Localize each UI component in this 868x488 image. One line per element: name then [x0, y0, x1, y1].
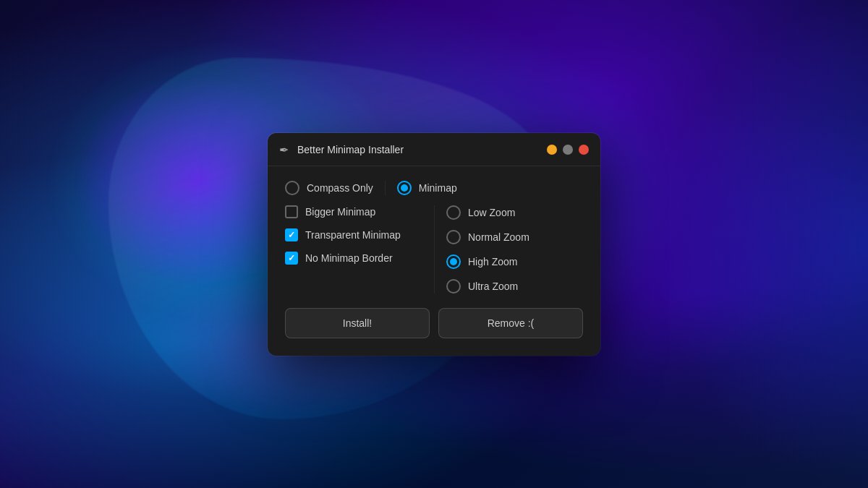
checkbox-transparent-minimap[interactable] — [285, 228, 298, 241]
option-bigger-minimap[interactable]: Bigger Minimap — [285, 205, 422, 218]
option-transparent-minimap[interactable]: Transparent Minimap — [285, 228, 422, 241]
minimize-button[interactable] — [547, 145, 557, 155]
option-high-zoom[interactable]: High Zoom — [446, 254, 583, 269]
label-compass-only: Compass Only — [307, 182, 373, 194]
label-high-zoom: High Zoom — [468, 256, 517, 267]
label-low-zoom: Low Zoom — [468, 207, 515, 218]
window-content: Compass Only Minimap — [268, 166, 600, 356]
option-normal-zoom[interactable]: Normal Zoom — [446, 230, 583, 244]
option-compass-only[interactable]: Compass Only — [285, 181, 373, 195]
radio-normal-zoom[interactable] — [446, 230, 461, 244]
right-column: Low Zoom Normal Zoom High Zoom — [434, 205, 583, 294]
window-title: Better Minimap Installer — [297, 144, 540, 155]
option-no-minimap-border[interactable]: No Minimap Border — [285, 252, 422, 265]
option-ultra-zoom[interactable]: Ultra Zoom — [446, 279, 583, 294]
radio-compass-only[interactable] — [285, 181, 299, 195]
top-row: Compass Only Minimap — [285, 181, 583, 195]
radio-ultra-zoom[interactable] — [446, 279, 461, 294]
options-grid: Bigger Minimap Transparent Minimap No Mi… — [285, 205, 583, 294]
radio-high-zoom[interactable] — [446, 254, 461, 269]
installer-window: ✒ Better Minimap Installer Compass Only — [268, 133, 600, 356]
close-button[interactable] — [579, 145, 589, 155]
label-ultra-zoom: Ultra Zoom — [468, 281, 518, 292]
buttons-row: Install! Remove :( — [285, 308, 583, 338]
zoom-button[interactable] — [563, 145, 573, 155]
radio-low-zoom[interactable] — [446, 205, 461, 220]
checkbox-no-minimap-border[interactable] — [285, 252, 298, 265]
option-minimap[interactable]: Minimap — [397, 181, 457, 195]
label-transparent-minimap: Transparent Minimap — [305, 229, 401, 241]
desktop: ✒ Better Minimap Installer Compass Only — [0, 0, 868, 488]
label-minimap: Minimap — [419, 182, 457, 194]
top-right: Minimap — [385, 181, 457, 195]
left-column: Bigger Minimap Transparent Minimap No Mi… — [285, 205, 434, 294]
titlebar: ✒ Better Minimap Installer — [268, 133, 600, 166]
checkbox-bigger-minimap[interactable] — [285, 205, 298, 218]
top-left: Compass Only — [285, 181, 385, 195]
window-controls — [547, 145, 589, 155]
app-icon: ✒ — [279, 143, 289, 157]
label-normal-zoom: Normal Zoom — [468, 231, 529, 243]
install-button[interactable]: Install! — [285, 308, 430, 338]
radio-high-zoom-dot — [450, 258, 457, 265]
option-low-zoom[interactable]: Low Zoom — [446, 205, 583, 220]
label-bigger-minimap: Bigger Minimap — [305, 206, 375, 218]
remove-button[interactable]: Remove :( — [438, 308, 583, 338]
label-no-minimap-border: No Minimap Border — [305, 252, 393, 264]
radio-minimap[interactable] — [397, 181, 412, 195]
radio-minimap-dot — [401, 184, 408, 192]
